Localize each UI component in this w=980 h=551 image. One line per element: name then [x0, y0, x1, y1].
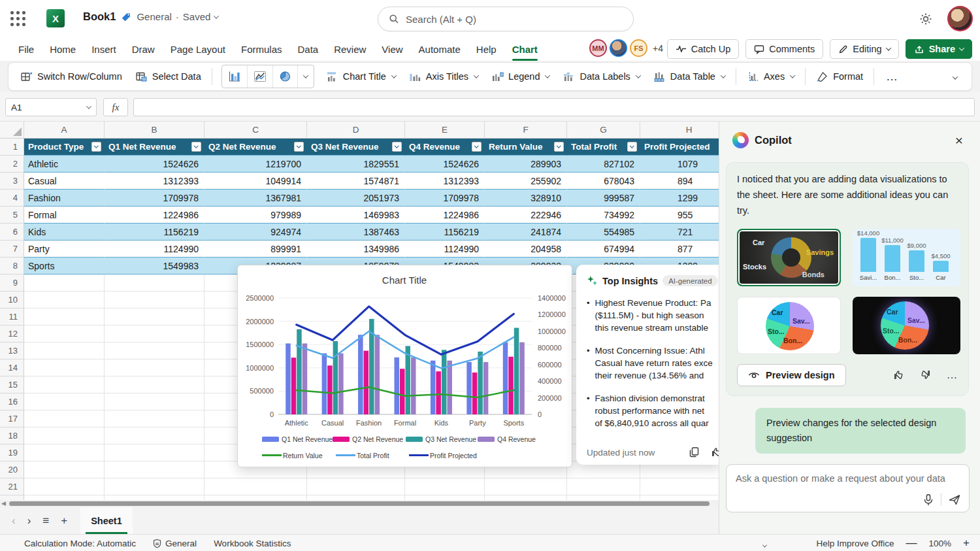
table-header-cell[interactable]: Q1 Net Revenue: [105, 139, 204, 156]
legend-button[interactable]: Legend: [485, 65, 556, 88]
workbook-statistics-status[interactable]: Workbook Statistics: [214, 539, 291, 548]
close-icon[interactable]: ×: [955, 133, 963, 147]
table-cell[interactable]: 877: [640, 241, 719, 258]
chevron-down-icon[interactable]: [763, 540, 766, 550]
table-cell[interactable]: Formal: [24, 207, 105, 224]
app-launcher-icon[interactable]: [9, 10, 27, 27]
table-cell[interactable]: 1312393: [105, 173, 204, 190]
cell-name-box[interactable]: A1: [5, 98, 97, 116]
row-header-14[interactable]: 14: [0, 359, 24, 376]
empty-cell[interactable]: [24, 359, 105, 376]
empty-cell[interactable]: [105, 275, 204, 292]
empty-cell[interactable]: [105, 326, 204, 342]
chart-type-dropdown[interactable]: [297, 65, 314, 88]
table-cell[interactable]: 999587: [567, 190, 640, 207]
table-cell[interactable]: 721: [640, 224, 719, 241]
empty-cell[interactable]: [105, 495, 204, 500]
suggestion-card-pie-light[interactable]: Car Sav... Sto... Bon...: [737, 297, 841, 354]
prev-sheet-icon[interactable]: ‹: [12, 514, 16, 527]
empty-cell[interactable]: [105, 393, 204, 410]
table-cell[interactable]: 1349986: [307, 241, 405, 258]
table-cell[interactable]: 1367981: [204, 190, 307, 207]
insert-function-button[interactable]: fx: [103, 98, 128, 116]
row-header-4[interactable]: 4: [0, 190, 24, 207]
table-header-cell[interactable]: Product Type: [24, 139, 105, 156]
table-cell[interactable]: 1469983: [307, 207, 405, 224]
table-cell[interactable]: 554985: [567, 224, 640, 241]
column-chart-type-button[interactable]: [222, 65, 247, 88]
table-cell[interactable]: 1079: [640, 156, 719, 173]
table-cell[interactable]: 1709978: [105, 190, 204, 207]
column-header-c[interactable]: C: [204, 122, 307, 139]
table-cell[interactable]: 734992: [567, 207, 640, 224]
scrollbar-thumb[interactable]: [9, 501, 710, 506]
share-button[interactable]: Share: [906, 39, 972, 59]
search-input[interactable]: Search (Alt + Q): [378, 7, 634, 31]
collaborator-avatar-mm[interactable]: MM: [589, 39, 607, 57]
thumbs-up-icon[interactable]: [893, 369, 904, 380]
table-cell[interactable]: 899991: [204, 241, 307, 258]
menu-tab-insert[interactable]: Insert: [85, 41, 123, 58]
column-header-a[interactable]: A: [24, 122, 105, 139]
table-cell[interactable]: 1524626: [405, 156, 485, 173]
empty-cell[interactable]: [105, 359, 204, 376]
sensitivity-status[interactable]: General: [153, 539, 197, 548]
table-cell[interactable]: 979989: [204, 207, 307, 224]
row-header-1[interactable]: 1: [0, 139, 24, 156]
empty-cell[interactable]: [105, 376, 204, 393]
preview-design-button[interactable]: Preview design: [737, 364, 846, 386]
select-all-corner[interactable]: [0, 122, 24, 139]
thumbs-down-icon[interactable]: [920, 369, 931, 380]
send-icon[interactable]: [948, 493, 961, 506]
row-header-20[interactable]: 20: [0, 461, 24, 478]
table-cell[interactable]: Athletic: [24, 156, 105, 173]
empty-cell[interactable]: [105, 427, 204, 444]
column-header-h[interactable]: H: [640, 122, 719, 139]
zoom-level[interactable]: 100%: [929, 539, 952, 548]
row-header-7[interactable]: 7: [0, 241, 24, 258]
empty-cell[interactable]: [307, 478, 405, 495]
document-title-group[interactable]: Book1 General · Saved: [83, 10, 218, 23]
data-labels-button[interactable]: Data Labels: [556, 65, 646, 88]
empty-cell[interactable]: [24, 478, 105, 495]
table-cell[interactable]: 1387463: [307, 224, 405, 241]
chart-title-button[interactable]: Chart Title: [319, 65, 402, 88]
menu-tab-automate[interactable]: Automate: [412, 41, 467, 58]
table-cell[interactable]: 1524626: [105, 156, 204, 173]
account-avatar[interactable]: [947, 6, 973, 31]
pie-chart-type-button[interactable]: [272, 65, 297, 88]
table-cell[interactable]: 894: [640, 173, 719, 190]
table-cell[interactable]: 1299: [640, 190, 719, 207]
table-cell[interactable]: 674994: [567, 241, 640, 258]
table-cell[interactable]: 678043: [567, 173, 640, 190]
menu-tab-draw[interactable]: Draw: [125, 41, 161, 58]
empty-cell[interactable]: [405, 478, 485, 495]
filter-dropdown-icon[interactable]: [392, 142, 402, 152]
empty-cell[interactable]: [24, 292, 105, 309]
table-cell[interactable]: 955: [640, 207, 719, 224]
excel-logo[interactable]: X: [46, 9, 65, 27]
empty-cell[interactable]: [24, 309, 105, 326]
table-header-cell[interactable]: Profit Projected: [640, 139, 719, 156]
column-header-b[interactable]: B: [105, 122, 204, 139]
row-header-17[interactable]: 17: [0, 410, 24, 427]
table-cell[interactable]: 241874: [485, 224, 567, 241]
empty-cell[interactable]: [24, 444, 105, 461]
table-header-cell[interactable]: Q2 Net Revenue: [204, 139, 307, 156]
filter-dropdown-icon[interactable]: [472, 142, 482, 152]
empty-cell[interactable]: [640, 478, 719, 495]
table-cell[interactable]: 1829551: [307, 156, 405, 173]
menu-tab-review[interactable]: Review: [327, 41, 372, 58]
zoom-out-icon[interactable]: —: [906, 537, 917, 550]
copy-icon[interactable]: [689, 446, 700, 461]
empty-cell[interactable]: [105, 478, 204, 495]
table-cell[interactable]: 204958: [485, 241, 567, 258]
table-cell[interactable]: 1224986: [405, 207, 485, 224]
empty-cell[interactable]: [105, 410, 204, 427]
empty-cell[interactable]: [24, 393, 105, 410]
editing-mode-button[interactable]: Editing: [830, 39, 898, 59]
row-header-18[interactable]: 18: [0, 427, 24, 444]
column-header-d[interactable]: D: [307, 122, 405, 139]
copilot-chat-input[interactable]: Ask a question or make a request about y…: [726, 464, 970, 512]
table-cell[interactable]: 1312393: [405, 173, 485, 190]
